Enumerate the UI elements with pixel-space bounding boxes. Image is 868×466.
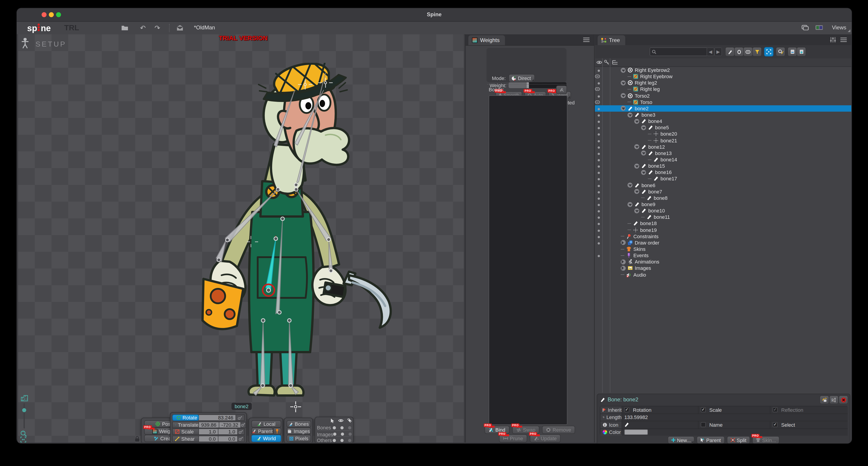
inherit-scale-checkbox[interactable]: Scale — [699, 406, 770, 413]
gutter-visibility[interactable] — [595, 189, 602, 194]
tree-item-bone14[interactable]: bone14 — [595, 156, 851, 163]
gutter-visibility[interactable] — [595, 163, 602, 168]
gutter-visibility[interactable] — [595, 221, 602, 226]
expander-open-icon[interactable] — [627, 112, 632, 117]
inherit-rotation-checkbox[interactable]: Rotation — [622, 406, 698, 413]
new-button[interactable]: New... — [668, 436, 694, 443]
tree-item-events[interactable]: !Events — [595, 252, 851, 258]
select-bones-button[interactable] — [556, 86, 567, 94]
weights-tab[interactable]: Weights — [468, 35, 505, 45]
tree-item-bone7[interactable]: bone7 — [595, 188, 851, 194]
rename-button[interactable]: R — [829, 396, 839, 404]
skin-button[interactable]: PRO Skin... — [752, 436, 780, 443]
filter-tag-dot[interactable] — [348, 439, 351, 442]
show-pixels-button[interactable]: Pixels — [287, 435, 311, 442]
translate-key-button[interactable] — [241, 422, 246, 428]
scale-key-button[interactable] — [238, 429, 245, 435]
shear-y-value[interactable]: 0.0 — [218, 435, 238, 442]
expander-open-icon[interactable] — [621, 68, 626, 72]
expander-open-icon[interactable] — [634, 208, 639, 213]
gutter-visibility[interactable] — [595, 151, 602, 156]
tree-tab[interactable]: Tree — [598, 35, 625, 45]
tree-item-bone18[interactable]: bone18 — [595, 220, 851, 227]
gutter-visibility[interactable] — [595, 67, 602, 73]
filter-visible-dot[interactable] — [341, 433, 344, 436]
mode-direct-button[interactable]: Direct — [508, 74, 535, 82]
tree-item-torso2[interactable]: Torso2 — [595, 92, 851, 99]
expander-open-icon[interactable] — [641, 151, 646, 156]
split-view-icon[interactable] — [815, 25, 823, 30]
expander-open-icon[interactable] — [627, 183, 632, 188]
gutter-visibility[interactable] — [595, 182, 602, 188]
center-selection-button[interactable] — [764, 47, 774, 57]
tree-item-bone15[interactable]: bone15 — [595, 163, 851, 169]
tree-search-input[interactable] — [650, 48, 708, 56]
rotate-tool-button[interactable]: Rotate — [172, 414, 199, 421]
scale-tool-button[interactable]: Scale — [172, 429, 199, 435]
prune-button[interactable]: PRO Prune — [499, 434, 527, 442]
gutter-visibility[interactable] — [595, 227, 602, 232]
expander-open-icon[interactable] — [634, 119, 639, 124]
tree-item-bone11[interactable]: bone11 — [595, 214, 851, 220]
parent-button[interactable]: Parent — [697, 436, 724, 443]
gutter-visibility[interactable] — [595, 100, 602, 104]
shear-key-button[interactable] — [238, 435, 245, 442]
axes-local-button[interactable]: Local — [251, 421, 281, 428]
gutter-visibility[interactable] — [595, 240, 602, 245]
fit-view-icon[interactable] — [20, 437, 26, 442]
paste-pose-button[interactable] — [819, 396, 829, 404]
filter-bones-button[interactable] — [725, 47, 735, 57]
gutter-visibility[interactable] — [595, 201, 602, 207]
filter-select-dot[interactable] — [333, 439, 336, 442]
filter-attachments-button[interactable] — [743, 47, 753, 57]
tree-item-right-eyebrow[interactable]: Right Eyebrow — [595, 73, 851, 80]
parent-pin-button[interactable] — [273, 428, 281, 435]
gutter-visibility[interactable] — [595, 215, 602, 220]
tree-item-skins[interactable]: Skins — [595, 246, 851, 252]
bone-icon-cell[interactable] — [622, 421, 698, 428]
open-project-icon[interactable] — [120, 24, 130, 33]
zoom-slider[interactable]: + − — [24, 403, 25, 429]
gutter-visibility[interactable] — [595, 131, 602, 137]
gutter-visibility[interactable] — [595, 93, 602, 98]
tree-item-right-leg2[interactable]: Right leg2 — [595, 80, 851, 86]
tree-item-bone20[interactable]: bone20 — [595, 131, 851, 137]
tree-item-right-leg[interactable]: Right leg — [595, 86, 851, 92]
gutter-visibility[interactable] — [595, 170, 602, 175]
views-menu[interactable]: Views — [832, 24, 846, 31]
expander-collapsed-icon[interactable] — [621, 259, 626, 265]
filter-button[interactable] — [752, 47, 762, 57]
lock-icon[interactable] — [135, 436, 140, 442]
expander-open-icon[interactable] — [634, 163, 639, 168]
length-value[interactable]: 133.59982 — [622, 414, 848, 421]
tree-item-bone4[interactable]: bone4 — [595, 118, 851, 124]
tree-item-bone5[interactable]: bone5 — [595, 125, 851, 131]
magnifier-icon[interactable] — [20, 430, 27, 437]
show-name-checkbox[interactable]: Name — [699, 421, 770, 428]
color-swatch[interactable] — [624, 430, 648, 435]
gutter-visibility[interactable] — [595, 112, 602, 118]
axes-parent-button[interactable]: Parent — [251, 428, 273, 435]
zoom-in-icon[interactable]: + — [21, 397, 24, 403]
tree-item-bone9[interactable]: bone9 — [595, 201, 851, 208]
gutter-visibility[interactable] — [595, 253, 602, 258]
tree-item-bone6[interactable]: bone6 — [595, 182, 851, 188]
character-old-man[interactable] — [190, 63, 416, 406]
tree-item-torso[interactable]: Torso — [595, 99, 851, 105]
tree-item-bone10[interactable]: bone10 — [595, 208, 851, 214]
project-icon[interactable] — [175, 24, 185, 33]
weights-bones-list[interactable] — [489, 95, 567, 425]
expander-open-icon[interactable] — [641, 170, 646, 175]
weights-menu-icon[interactable] — [583, 37, 590, 42]
close-properties-button[interactable] — [839, 396, 848, 404]
search-next-button[interactable]: ▶ — [714, 48, 722, 56]
translate-x-value[interactable]: 939.86 — [199, 422, 219, 428]
rotate-value[interactable]: 83.246 — [199, 414, 236, 421]
search-highlight-button[interactable] — [776, 47, 785, 57]
shear-tool-button[interactable]: Shear — [172, 435, 199, 442]
tree-menu-icon[interactable] — [840, 37, 847, 42]
gutter-visibility[interactable] — [595, 157, 602, 162]
translate-y-value[interactable]: -720.32 — [219, 422, 241, 428]
expander-open-icon[interactable] — [634, 189, 639, 194]
tree-item-audio[interactable]: Audio — [595, 272, 851, 278]
